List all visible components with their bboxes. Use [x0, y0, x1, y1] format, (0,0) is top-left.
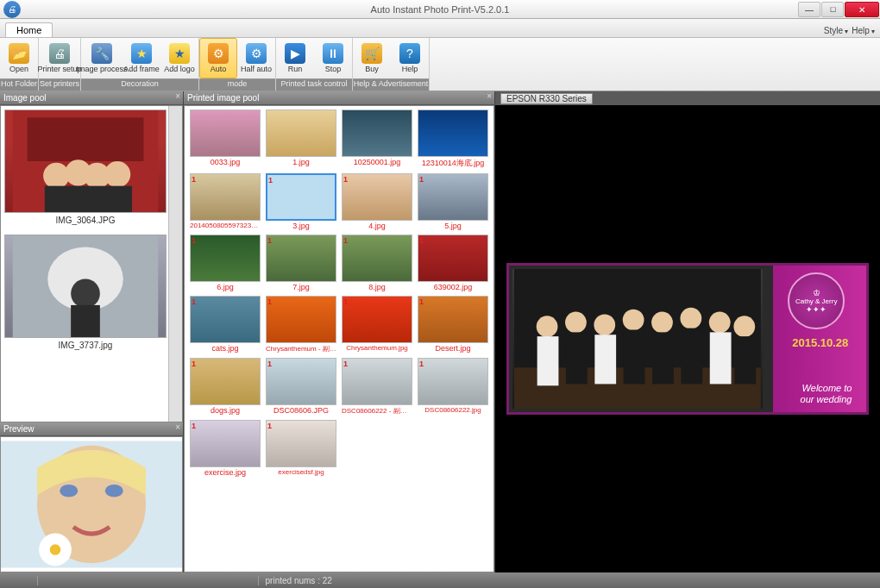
pool-caption: IMG_3737.jpg: [4, 338, 167, 353]
printed-caption: 639002.jpg: [434, 282, 473, 294]
svg-point-26: [733, 316, 755, 337]
printed-item[interactable]: 16.jpg: [188, 235, 262, 294]
printed-thumb: 1: [418, 296, 488, 343]
scrollbar[interactable]: [168, 106, 182, 422]
stop-button[interactable]: ⏸Stop: [314, 38, 352, 78]
group-decoration: Decoration: [81, 78, 198, 91]
count-badge: 1: [419, 175, 424, 184]
printed-item[interactable]: 1dogs.jpg: [188, 358, 262, 418]
output-card: ♔ Cathy & Jerry ✦✦✦ 2015.10.28 Welcome t…: [506, 263, 869, 415]
printed-thumb: 1: [190, 235, 261, 282]
printed-item[interactable]: 1.jpg: [264, 109, 338, 172]
printed-item[interactable]: 1exercise.jpg: [188, 420, 262, 479]
gear-icon: ⚙: [208, 43, 229, 64]
count-badge: 1: [343, 360, 348, 368]
svg-point-20: [565, 312, 587, 334]
count-badge: 1: [267, 236, 272, 245]
printed-item[interactable]: 120140508055973237 - ...: [188, 173, 262, 233]
window-title: Auto Instant Photo Print-V5.2.0.1: [371, 4, 510, 15]
printed-item[interactable]: 18.jpg: [340, 235, 414, 294]
svg-point-14: [105, 485, 123, 497]
printed-item[interactable]: 1Chrysanthemum - 副本.j...: [264, 296, 338, 356]
printed-item[interactable]: 10250001.jpg: [340, 109, 414, 172]
count-badge: 1: [192, 175, 196, 184]
printed-caption: 7.jpg: [292, 282, 310, 294]
printed-item[interactable]: 1Desert.jpg: [416, 296, 490, 356]
printed-thumb: 1: [266, 296, 336, 343]
half-auto-button[interactable]: ⚙Half auto: [237, 38, 275, 78]
printed-item[interactable]: 1cats.jpg: [188, 296, 262, 356]
count-badge: 1: [267, 297, 272, 306]
printed-item[interactable]: 1exercisedsf.jpg: [264, 420, 338, 479]
status-left: [7, 576, 16, 585]
printed-item[interactable]: 15.jpg: [416, 173, 490, 233]
close-icon[interactable]: ×: [175, 422, 180, 432]
output-names: Cathy & Jerry: [795, 297, 837, 305]
cart-icon: 🛒: [361, 43, 382, 64]
buy-button[interactable]: 🛒Buy: [353, 38, 391, 78]
pool-item[interactable]: IMG_3737.jpg: [4, 235, 167, 353]
svg-rect-32: [652, 332, 674, 384]
printed-item[interactable]: 1639002.jpg: [416, 235, 490, 294]
printed-pool-header: Printed image pool×: [184, 91, 494, 105]
printed-thumb: 1: [266, 358, 336, 405]
svg-rect-34: [734, 336, 756, 384]
close-icon[interactable]: ×: [175, 91, 180, 101]
printed-caption: DSC08606222.jpg: [424, 405, 481, 416]
printed-item[interactable]: 13.jpg: [264, 173, 338, 233]
help-button[interactable]: ?Help: [391, 38, 429, 78]
folder-icon: 📂: [9, 43, 29, 64]
printed-thumb: 1: [266, 235, 336, 282]
help-icon: ?: [399, 43, 420, 64]
help-menu[interactable]: Help: [852, 26, 875, 35]
group-hot-folder: Hot Folder: [0, 78, 38, 91]
add-frame-button[interactable]: ★Add frame: [123, 38, 160, 78]
output-preview-area: ♔ Cathy & Jerry ✦✦✦ 2015.10.28 Welcome t…: [495, 105, 880, 572]
printed-thumb: 1: [266, 173, 336, 221]
tab-home[interactable]: Home: [5, 22, 53, 37]
printed-caption: DSC08606222 - 副本.jpg: [342, 405, 412, 418]
titlebar: 🖨 Auto Instant Photo Print-V5.2.0.1: [0, 0, 880, 19]
window-controls: [798, 1, 880, 17]
maximize-button[interactable]: [821, 2, 844, 17]
close-button[interactable]: [845, 2, 879, 17]
svg-point-5: [104, 161, 130, 187]
count-badge: 1: [267, 422, 272, 430]
svg-point-22: [623, 310, 644, 331]
pool-item[interactable]: IMG_3064.JPG: [4, 109, 167, 228]
printed-item[interactable]: 12310014海底.jpg: [416, 109, 490, 172]
add-logo-button[interactable]: ★Add logo: [160, 38, 198, 78]
printed-thumb: [342, 109, 412, 157]
minimize-button[interactable]: [798, 2, 820, 17]
count-badge: 1: [343, 175, 348, 184]
printed-item[interactable]: 1DSC08606.JPG: [264, 358, 338, 418]
close-icon[interactable]: ×: [487, 91, 492, 101]
printer-setup-button[interactable]: 🖨Printer setup: [39, 38, 80, 78]
printed-caption: 4.jpg: [368, 221, 386, 233]
group-help-adv: Help & Advertisement: [353, 78, 429, 91]
printed-item[interactable]: 14.jpg: [340, 173, 414, 233]
printed-item[interactable]: 1Chrysanthemum.jpg: [340, 296, 414, 356]
pool-image: [4, 235, 167, 338]
svg-rect-6: [45, 186, 132, 212]
style-menu[interactable]: Style: [824, 26, 848, 35]
tab-row: Home Style Help: [0, 19, 880, 38]
open-button[interactable]: 📂Open: [0, 38, 38, 78]
run-button[interactable]: ▶Run: [276, 38, 314, 78]
printed-caption: DSC08606.JPG: [273, 405, 329, 417]
printed-caption: Chrysanthemum.jpg: [346, 343, 408, 354]
printed-thumb: 1: [190, 358, 261, 405]
printed-thumb: 1: [342, 235, 412, 282]
auto-button[interactable]: ⚙Auto: [199, 38, 237, 78]
printed-thumb: 1: [418, 358, 488, 405]
printed-item[interactable]: 1DSC08606222 - 副本.jpg: [340, 358, 414, 418]
printed-item[interactable]: 17.jpg: [264, 235, 338, 294]
printed-item[interactable]: 0033.jpg: [188, 109, 262, 172]
printed-thumb: 1: [418, 173, 488, 221]
output-date: 2015.10.28: [792, 336, 848, 349]
image-process-button[interactable]: 🔧Image process: [81, 38, 123, 78]
svg-point-13: [60, 485, 78, 497]
printed-item[interactable]: 1DSC08606222.jpg: [416, 358, 490, 418]
printed-caption: 20140508055973237 - ...: [190, 221, 261, 232]
count-badge: 1: [419, 236, 424, 245]
